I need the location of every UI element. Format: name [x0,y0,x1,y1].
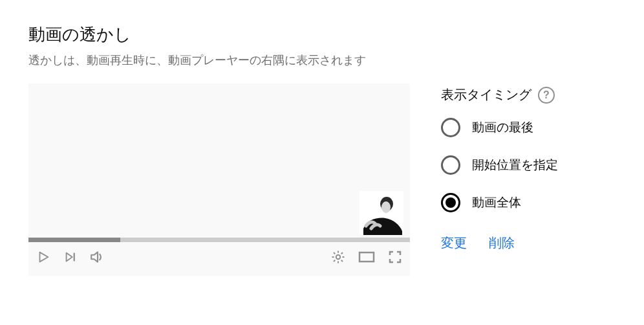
radio-option-end[interactable]: 動画の最後 [441,118,558,137]
progress-fill [28,238,120,242]
video-stage [28,84,410,238]
radio-option-start[interactable]: 開始位置を指定 [441,155,558,175]
radio-label: 動画全体 [472,194,521,211]
gear-icon[interactable] [328,247,348,267]
svg-rect-13 [360,252,374,262]
section-subtitle: 透かしは、動画再生時に、動画プレーヤーの右隅に表示されます [28,52,618,68]
play-icon[interactable] [34,247,53,267]
theater-icon[interactable] [357,247,376,267]
radio-circle-icon [441,155,460,175]
help-icon[interactable]: ? [538,87,555,104]
change-button[interactable]: 変更 [441,234,467,252]
watermark-thumbnail [360,191,403,235]
svg-point-4 [336,255,340,259]
progress-bar[interactable] [28,238,410,242]
svg-rect-3 [74,253,75,262]
volume-icon[interactable] [88,247,107,267]
svg-line-9 [334,252,335,254]
svg-point-2 [381,201,391,213]
timing-radio-group: 動画の最後 開始位置を指定 動画全体 [441,118,558,212]
player-controls [28,242,410,272]
svg-line-11 [334,260,335,262]
section-title: 動画の透かし [28,23,618,46]
svg-line-12 [341,252,343,254]
radio-circle-icon [441,118,460,137]
radio-option-whole[interactable]: 動画全体 [441,193,558,212]
video-preview [28,84,410,276]
timing-panel: 表示タイミング ? 動画の最後 開始位置を指定 動画全体 変更 削除 [441,84,558,252]
radio-circle-icon [441,193,460,212]
remove-button[interactable]: 削除 [489,234,515,252]
radio-label: 動画の最後 [472,119,533,136]
radio-label: 開始位置を指定 [472,157,558,174]
fullscreen-icon[interactable] [385,247,405,267]
timing-title: 表示タイミング [441,86,531,104]
next-icon[interactable] [61,247,80,267]
svg-line-10 [341,260,343,262]
